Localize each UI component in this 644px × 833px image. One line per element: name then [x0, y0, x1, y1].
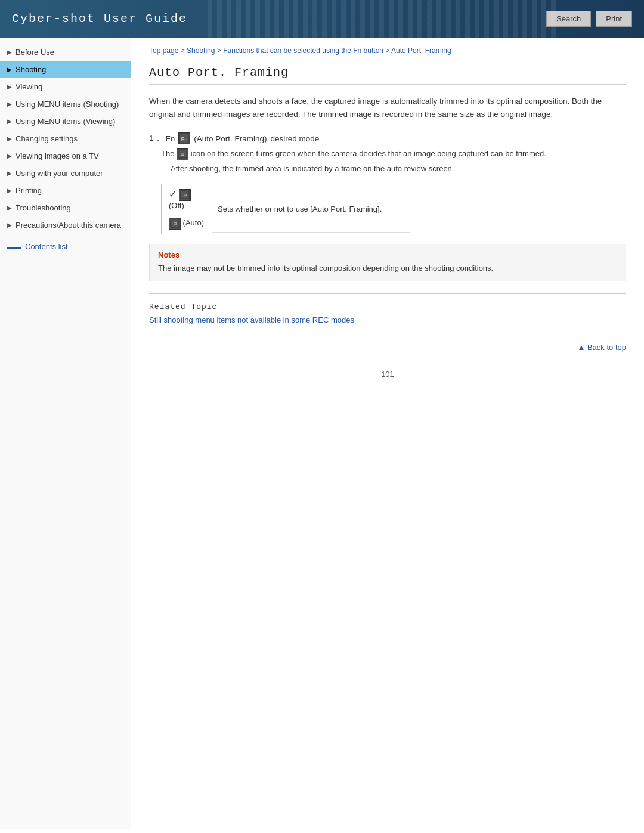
- sidebar-label: Viewing images on a TV: [16, 151, 99, 160]
- page-number: 101: [149, 370, 626, 379]
- table-row: ✓ ⊞ (Off) Sets whether or not to use [Au…: [163, 185, 410, 214]
- print-button[interactable]: Print: [596, 11, 632, 27]
- breadcrumb-fn[interactable]: Functions that can be selected using the…: [223, 47, 383, 55]
- check-mark: ✓: [169, 189, 177, 199]
- step-number: 1．: [149, 133, 162, 144]
- breadcrumb-sep3: >: [385, 47, 391, 55]
- sidebar-label: Using MENU items (Shooting): [16, 100, 119, 109]
- svg-text:Fn: Fn: [181, 136, 188, 142]
- arrow-icon: ▶: [7, 83, 12, 90]
- sidebar-item-before-use[interactable]: ▶ Before Use: [0, 44, 131, 61]
- sidebar-item-viewing-tv[interactable]: ▶ Viewing images on a TV: [0, 147, 131, 165]
- step-line: 1． Fn Fn (Auto Port. Framing) desired mo…: [149, 132, 626, 144]
- sidebar-label: Precautions/About this camera: [16, 221, 121, 230]
- breadcrumb: Top page > Shooting > Functions that can…: [149, 47, 626, 55]
- sidebar-item-viewing[interactable]: ▶ Viewing: [0, 78, 131, 95]
- sidebar-item-menu-shooting[interactable]: ▶ Using MENU items (Shooting): [0, 95, 131, 113]
- sidebar-label: Troubleshooting: [16, 203, 71, 212]
- page-title: Auto Port. Framing: [149, 66, 626, 85]
- footer: Copyright 2013 Sony Corporation: [0, 829, 644, 833]
- sidebar-label: Using MENU items (Viewing): [16, 117, 115, 126]
- sidebar: ▶ Before Use ▶ Shooting ▶ Viewing ▶ Usin…: [0, 38, 131, 829]
- notes-text: The image may not be trimmed into its op…: [158, 262, 617, 275]
- arrow-icon: ▶: [7, 222, 12, 228]
- sidebar-item-menu-viewing[interactable]: ▶ Using MENU items (Viewing): [0, 113, 131, 130]
- arrow-icon: ▶: [7, 118, 12, 125]
- sidebar-label: Using with your computer: [16, 169, 103, 178]
- sidebar-label: Changing settings: [16, 134, 78, 143]
- step-text2: desired mode: [271, 134, 320, 143]
- fn-button-icon: Fn: [178, 132, 190, 144]
- notes-box: Notes The image may not be trimmed into …: [149, 244, 626, 281]
- option-off-cell: ✓ ⊞ (Off): [163, 185, 210, 214]
- related-topic-title: Related Topic: [149, 302, 626, 311]
- arrow-icon: ▶: [7, 101, 12, 107]
- related-topic: Related Topic Still shooting menu items …: [149, 293, 626, 324]
- step-text: (Auto Port. Framing): [194, 134, 267, 143]
- layout: ▶ Before Use ▶ Shooting ▶ Viewing ▶ Usin…: [0, 38, 644, 829]
- svg-text:⊞: ⊞: [174, 222, 177, 225]
- contents-list-link[interactable]: ▬▬ Contents list: [0, 236, 131, 257]
- step-desc2: After shooting, the trimmed area is indi…: [171, 163, 626, 175]
- breadcrumb-top[interactable]: Top page: [149, 47, 178, 55]
- arrow-icon: ▶: [7, 170, 12, 176]
- list-icon: ▬▬: [7, 243, 21, 251]
- sidebar-label: Printing: [16, 186, 42, 195]
- option-desc-cell: Sets whether or not to use [Auto Port. F…: [212, 185, 410, 233]
- option-auto-icon: ⊞: [169, 218, 181, 230]
- sidebar-item-troubleshooting[interactable]: ▶ Troubleshooting: [0, 199, 131, 216]
- breadcrumb-sep2: >: [217, 47, 223, 55]
- sidebar-item-shooting[interactable]: ▶ Shooting: [0, 61, 131, 78]
- header: Cyber-shot User Guide Search Print: [0, 0, 644, 38]
- step-desc1: The ⊞ icon on the screen turns green whe…: [161, 148, 626, 160]
- contents-list-label: Contents list: [25, 242, 68, 251]
- svg-text:⊞: ⊞: [183, 193, 186, 197]
- header-stripe: [203, 0, 561, 38]
- sidebar-item-precautions[interactable]: ▶ Precautions/About this camera: [0, 216, 131, 234]
- notes-title: Notes: [158, 250, 617, 259]
- app-title: Cyber-shot User Guide: [12, 12, 187, 26]
- sidebar-label: Shooting: [16, 65, 46, 74]
- option-off-icon: ⊞: [179, 189, 191, 201]
- sidebar-label: Before Use: [16, 48, 54, 57]
- arrow-icon: ▶: [7, 153, 12, 159]
- arrow-icon: ▶: [7, 187, 12, 194]
- back-to-top-row: ▲ Back to top: [149, 336, 626, 352]
- breadcrumb-current[interactable]: Auto Port. Framing: [391, 47, 451, 55]
- sidebar-item-computer[interactable]: ▶ Using with your computer: [0, 165, 131, 182]
- arrow-icon: ▶: [7, 205, 12, 211]
- related-topic-link[interactable]: Still shooting menu items not available …: [149, 315, 354, 324]
- body-text: When the camera detects and shoots a fac…: [149, 95, 626, 120]
- sidebar-item-printing[interactable]: ▶ Printing: [0, 182, 131, 199]
- icon-inline: ⊞: [177, 148, 188, 160]
- back-to-top-link[interactable]: ▲ Back to top: [577, 343, 626, 352]
- fn-label: Fn: [166, 134, 175, 143]
- option-auto-cell: ⊞ (Auto): [163, 215, 210, 233]
- options-table: ✓ ⊞ (Off) Sets whether or not to use [Au…: [161, 184, 411, 235]
- sidebar-item-changing-settings[interactable]: ▶ Changing settings: [0, 130, 131, 147]
- arrow-icon: ▶: [7, 66, 12, 73]
- breadcrumb-shooting[interactable]: Shooting: [187, 47, 215, 55]
- arrow-icon: ▶: [7, 135, 12, 142]
- main-content: Top page > Shooting > Functions that can…: [131, 38, 644, 829]
- sidebar-label: Viewing: [16, 82, 42, 91]
- svg-text:⊞: ⊞: [181, 152, 184, 156]
- arrow-icon: ▶: [7, 49, 12, 55]
- breadcrumb-sep1: >: [181, 47, 187, 55]
